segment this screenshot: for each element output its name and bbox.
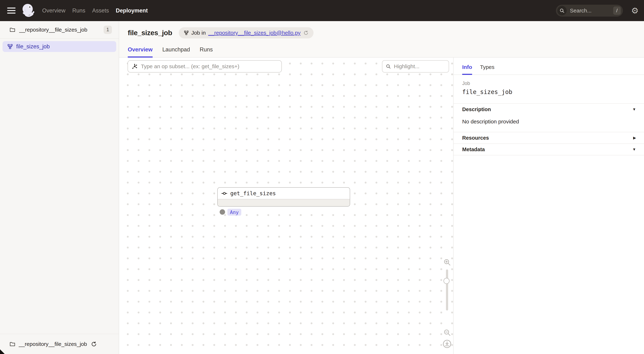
- search-icon: [557, 6, 567, 15]
- hamburger-menu-icon[interactable]: [7, 8, 16, 14]
- tab-info[interactable]: Info: [462, 64, 472, 75]
- section-title: Description: [462, 106, 491, 112]
- section-title: Resources: [462, 135, 489, 141]
- download-graph-icon[interactable]: [442, 339, 452, 349]
- reload-repository-icon[interactable]: [91, 341, 97, 347]
- op-graph-canvas[interactable]: get_file_sizes Any: [119, 58, 453, 354]
- tab-launchpad[interactable]: Launchpad: [162, 46, 190, 57]
- folder-icon: [9, 27, 16, 33]
- op-node-config-strip: [218, 199, 350, 206]
- op-node-get-file-sizes[interactable]: get_file_sizes: [217, 187, 350, 207]
- repository-row[interactable]: __repository__file_sizes_job 1: [0, 21, 119, 39]
- tab-runs[interactable]: Runs: [200, 46, 212, 57]
- job-label: Job: [462, 81, 635, 86]
- op-selector-icon: [132, 63, 138, 69]
- job-summary: Job file_sizes_job: [454, 75, 644, 103]
- repository-link[interactable]: __repository__file_sizes_job@hello.py: [208, 30, 300, 36]
- output-type-pill[interactable]: Any: [228, 209, 241, 216]
- job-origin-pill: Job in __repository__file_sizes_job@hell…: [179, 27, 314, 39]
- job-header: file_sizes_job Job in __repository__file…: [119, 21, 644, 58]
- tab-overview[interactable]: Overview: [128, 46, 152, 57]
- gear-icon[interactable]: ⚙: [631, 7, 638, 15]
- repository-name: __repository__file_sizes_job: [19, 27, 100, 33]
- section-title: Metadata: [462, 146, 485, 152]
- search-icon: [386, 64, 391, 69]
- zoom-in-icon[interactable]: [443, 258, 451, 266]
- op-subset-input[interactable]: [140, 63, 278, 70]
- highlight-search[interactable]: [382, 60, 449, 73]
- op-node-name: get_file_sizes: [230, 190, 276, 197]
- side-panel-tabs: Info Types: [454, 58, 644, 75]
- job-name: file_sizes_job: [462, 88, 635, 95]
- nav-assets[interactable]: Assets: [92, 8, 109, 14]
- job-icon: [7, 44, 13, 49]
- top-navigation-bar: Overview Runs Assets Deployment / ⚙: [0, 0, 644, 21]
- sidebar-item-label: file_sizes_job: [16, 43, 50, 50]
- folder-icon: [9, 341, 16, 347]
- nav-runs[interactable]: Runs: [72, 8, 85, 14]
- repository-footer-label: __repository__file_sizes_job: [19, 341, 87, 347]
- description-body: No description provided: [454, 115, 644, 132]
- job-count-badge: 1: [104, 26, 112, 34]
- main-content: file_sizes_job Job in __repository__file…: [119, 21, 644, 354]
- section-metadata[interactable]: Metadata ▼: [454, 143, 644, 155]
- refresh-icon[interactable]: [304, 30, 308, 35]
- job-tabs: Overview Launchpad Runs: [119, 46, 644, 58]
- op-icon: [221, 190, 228, 197]
- primary-nav: Overview Runs Assets Deployment: [42, 8, 148, 14]
- zoom-slider-handle[interactable]: [444, 278, 450, 284]
- nav-deployment[interactable]: Deployment: [116, 8, 148, 14]
- op-subset-filter[interactable]: [128, 60, 282, 73]
- page-title: file_sizes_job: [128, 29, 172, 37]
- section-divider: [454, 155, 644, 155]
- global-search[interactable]: /: [556, 5, 623, 17]
- zoom-slider-track[interactable]: [446, 269, 448, 310]
- search-shortcut-badge: /: [613, 7, 621, 15]
- caret-right-icon: ▶: [633, 136, 636, 140]
- zoom-controls: [442, 258, 452, 349]
- tab-types[interactable]: Types: [480, 64, 494, 75]
- nav-overview[interactable]: Overview: [42, 8, 66, 14]
- job-icon: [184, 30, 189, 35]
- caret-down-icon: ▼: [632, 107, 636, 111]
- job-origin-prefix: Job in: [191, 30, 206, 36]
- repository-sidebar: __repository__file_sizes_job 1 file_size…: [0, 21, 119, 354]
- corner-artifact: [0, 349, 5, 354]
- highlight-input[interactable]: [394, 63, 446, 70]
- dagster-logo[interactable]: [20, 3, 36, 19]
- repository-footer: __repository__file_sizes_job: [0, 334, 119, 354]
- section-resources[interactable]: Resources ▶: [454, 132, 644, 143]
- caret-down-icon: ▼: [632, 147, 636, 151]
- sidebar-item-file-sizes-job[interactable]: file_sizes_job: [2, 41, 116, 52]
- info-side-panel: Info Types Job file_sizes_job Descriptio…: [453, 58, 644, 354]
- zoom-out-icon[interactable]: [443, 328, 451, 336]
- section-description[interactable]: Description ▼: [454, 103, 644, 115]
- output-port: [220, 209, 225, 215]
- search-input[interactable]: [570, 8, 610, 14]
